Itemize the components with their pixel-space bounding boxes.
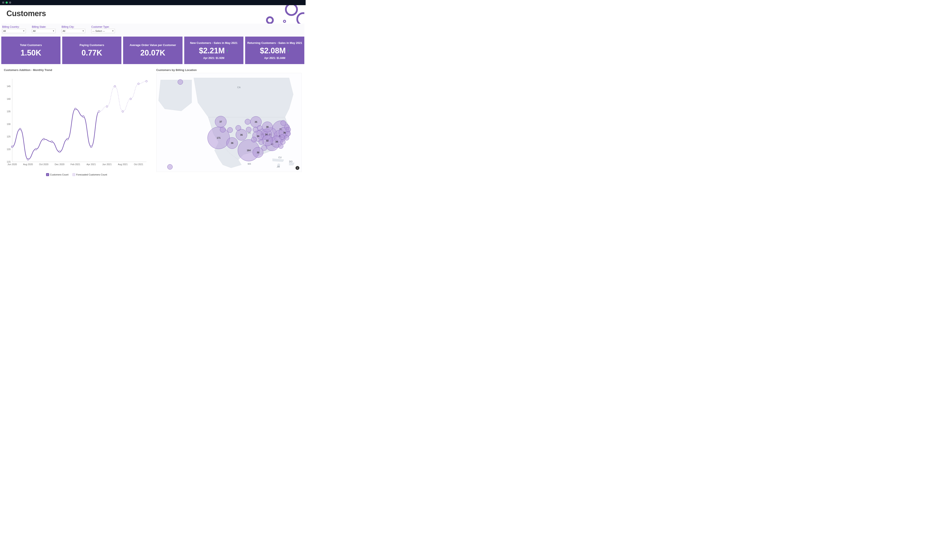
kpi-value: $2.08M (260, 46, 285, 55)
svg-point-1 (284, 20, 285, 22)
svg-text:164: 164 (247, 149, 251, 152)
info-icon[interactable]: i (296, 166, 299, 170)
svg-point-35 (59, 151, 60, 153)
svg-text:34: 34 (257, 135, 259, 137)
kpi-title: Average Order Value per Customer (130, 43, 176, 47)
monthly-trend-chart[interactable]: 115120125130135140145Jun 2020Aug 2020Oct… (4, 73, 150, 172)
panel-title: Customers Addition - Monthly Trend (4, 68, 150, 72)
svg-point-92 (178, 79, 183, 85)
svg-point-100 (257, 125, 262, 131)
svg-point-41 (98, 111, 100, 112)
kpi-paying-customers: Paying Customers 0.77K (62, 37, 121, 64)
caret-down-icon: ▼ (52, 30, 54, 32)
svg-text:Jun 2021: Jun 2021 (102, 163, 112, 166)
svg-point-45 (130, 98, 131, 100)
billing-country-select[interactable]: All ▼ (2, 29, 26, 33)
svg-text:145: 145 (7, 85, 11, 88)
filter-bar: Billing Country: All ▼ Billing State: Al… (1, 24, 304, 36)
window-titlebar (0, 0, 305, 5)
svg-text:36: 36 (231, 142, 233, 144)
svg-point-32 (35, 148, 37, 150)
kpi-value: 0.77K (82, 48, 102, 57)
svg-text:Feb 2021: Feb 2021 (71, 163, 80, 166)
kpi-value: $2.21M (199, 46, 225, 55)
legend-item-forecast[interactable]: ✓Forecasted Customers Count (72, 173, 107, 176)
svg-text:CA: CA (238, 86, 241, 89)
bubbles-decoration-icon (261, 5, 304, 24)
svg-point-108 (284, 135, 289, 140)
svg-point-101 (251, 137, 256, 142)
kpi-title: Returning Customers - Sales in May 2021 (247, 41, 302, 45)
svg-point-0 (267, 17, 273, 23)
svg-text:Apr 2021: Apr 2021 (86, 163, 96, 166)
svg-text:Oct 2020: Oct 2020 (39, 163, 48, 166)
svg-point-102 (259, 139, 264, 145)
kpi-returning-customers-sales: Returning Customers - Sales in May 2021 … (245, 37, 304, 64)
svg-point-31 (27, 158, 29, 160)
svg-text:115: 115 (7, 160, 11, 163)
svg-point-47 (146, 80, 147, 82)
svg-text:135: 135 (7, 110, 11, 113)
legend-label: Customers Count (50, 173, 68, 176)
svg-text:Oct 2021: Oct 2021 (134, 163, 143, 166)
panel-title: Customers by Billing Location (156, 68, 302, 72)
legend-label: Forecasted Customers Count (76, 173, 107, 176)
svg-text:MX: MX (248, 163, 251, 165)
svg-text:Aug 2020: Aug 2020 (23, 163, 33, 166)
kpi-row: Total Customers 1.50K Paying Customers 0… (1, 37, 304, 64)
billing-state-select[interactable]: All ▼ (32, 29, 56, 33)
svg-text:171: 171 (217, 137, 221, 139)
legend-item-actual[interactable]: ✓Customers Count (46, 173, 68, 176)
monthly-trend-panel: Customers Addition - Monthly Trend 11512… (1, 66, 152, 177)
svg-point-37 (74, 108, 76, 110)
kpi-total-customers: Total Customers 1.50K (1, 37, 60, 64)
svg-point-38 (82, 116, 84, 117)
svg-text:JM: JM (276, 165, 280, 168)
svg-point-34 (51, 141, 52, 143)
kpi-value: 20.07K (140, 48, 165, 57)
svg-point-44 (122, 111, 124, 112)
minimize-dot-icon[interactable] (6, 2, 8, 4)
svg-point-42 (106, 106, 108, 107)
customer-type-select[interactable]: --- Select --- ▼ (91, 29, 115, 33)
svg-point-93 (167, 164, 173, 169)
svg-point-94 (220, 127, 225, 132)
svg-text:CU: CU (278, 156, 282, 159)
svg-text:30: 30 (257, 151, 259, 154)
billing-city-select[interactable]: All ▼ (62, 29, 85, 33)
caret-down-icon: ▼ (23, 30, 25, 32)
kpi-subtext: Apr 2021: $1.92M (203, 57, 224, 60)
svg-point-2 (286, 5, 297, 15)
arrow-up-icon: ↑ (226, 48, 228, 54)
svg-text:39: 39 (276, 140, 278, 143)
caret-down-icon: ▼ (82, 30, 84, 32)
svg-point-46 (138, 83, 139, 85)
kpi-new-customers-sales: New Customers - Sales in May 2021 $2.21M… (184, 37, 244, 64)
caret-down-icon: ▼ (112, 30, 114, 32)
svg-text:32: 32 (266, 139, 268, 142)
billing-state-value: All (33, 30, 35, 32)
billing-city-value: All (63, 30, 65, 32)
billing-country-label: Billing Country: (2, 25, 26, 28)
kpi-subtext: Apr 2021: $1.84M (264, 57, 285, 60)
svg-text:36: 36 (240, 134, 243, 136)
close-dot-icon[interactable] (2, 2, 4, 4)
billing-state-label: Billing State: (32, 25, 56, 28)
svg-text:35: 35 (254, 121, 257, 123)
svg-text:36: 36 (283, 131, 286, 134)
page-header: Customers (1, 5, 304, 24)
billing-country-value: All (3, 30, 6, 32)
kpi-value: 1.50K (21, 48, 41, 57)
maximize-dot-icon[interactable] (9, 2, 11, 4)
kpi-avg-order-value: Average Order Value per Customer 20.07K (123, 37, 182, 64)
svg-text:DO: DO (289, 160, 293, 163)
billing-location-panel: Customers by Billing Location CAUSMXCUJM… (154, 66, 304, 177)
svg-point-43 (114, 85, 116, 87)
svg-text:37: 37 (219, 120, 222, 123)
billing-location-map[interactable]: CAUSMXCUJMDO1711649561564539373636363535… (156, 73, 302, 172)
svg-text:120: 120 (7, 148, 11, 151)
page-title: Customers (6, 9, 300, 18)
svg-point-109 (279, 134, 285, 140)
svg-point-30 (19, 128, 21, 130)
svg-text:Jun 2020: Jun 2020 (8, 163, 17, 166)
